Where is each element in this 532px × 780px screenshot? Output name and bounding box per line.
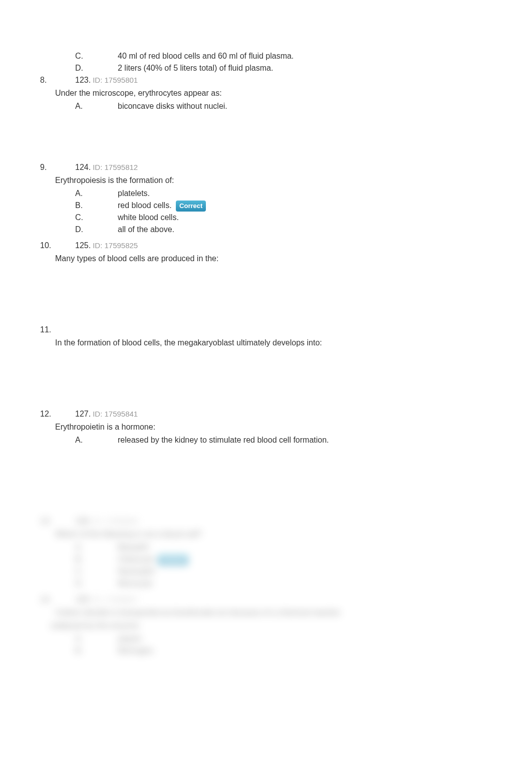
outer-number: 11. <box>40 324 75 336</box>
option-letter: D. <box>75 62 118 74</box>
locked-content: 13. 128. ID: 17595849 Which of the follo… <box>40 515 492 657</box>
correct-badge: Correct <box>176 201 206 212</box>
spacer <box>40 353 492 408</box>
option-letter: A. <box>75 187 118 200</box>
option-text: all of the above. <box>118 224 492 236</box>
question-header: 11. <box>40 324 492 336</box>
option-letter: A. <box>75 434 118 446</box>
question-header: 9. 124. ID: 17595812 <box>40 161 492 173</box>
answer-option: A. biconcave disks without nuclei. <box>75 100 492 112</box>
outer-number: 8. <box>40 74 75 86</box>
question-stem: Under the microscope, erythrocytes appea… <box>55 87 492 99</box>
answer-option: C. white blood cells. <box>75 212 492 224</box>
question-id: ID: 17595825 <box>93 240 138 252</box>
option-text: red blood cells. Correct <box>118 200 492 212</box>
inner-number: 125. <box>75 240 91 252</box>
question-id: ID: 17595801 <box>93 75 138 86</box>
option-letter: D. <box>75 224 118 236</box>
option-text: 40 ml of red blood cells and 60 ml of fl… <box>118 50 492 62</box>
option-text: released by the kidney to stimulate red … <box>118 434 492 446</box>
question-10: 10. 125. ID: 17595825 Many types of bloo… <box>40 240 492 265</box>
answer-option: A. platelets. <box>75 187 492 200</box>
question-header: 10. 125. ID: 17595825 <box>40 240 492 252</box>
answer-option: D. all of the above. <box>75 224 492 236</box>
outer-number: 12. <box>40 408 75 420</box>
option-text: 2 liters (40% of 5 liters total) of flui… <box>118 62 492 74</box>
question-9: 9. 124. ID: 17595812 Erythropoiesis is t… <box>40 161 492 236</box>
spacer <box>40 450 492 515</box>
outer-number: 9. <box>40 161 75 173</box>
question-14-blurred: 14. 129. ID: 17595857 Carbon dioxide is … <box>40 594 492 657</box>
leading-options: C. 40 ml of red blood cells and 60 ml of… <box>40 50 492 74</box>
inner-number: 124. <box>75 161 91 173</box>
question-8: 8. 123. ID: 17595801 Under the microscop… <box>40 74 492 112</box>
inner-number: 123. <box>75 74 91 86</box>
question-id: ID: 17595812 <box>93 162 138 173</box>
question-id: ID: 17595841 <box>93 409 138 420</box>
answer-option: D. 2 liters (40% of 5 liters total) of f… <box>75 62 492 74</box>
question-stem: Erythropoietin is a hormone: <box>55 421 492 433</box>
option-text: biconcave disks without nuclei. <box>118 100 492 112</box>
option-letter: A. <box>75 100 118 112</box>
question-header: 12. 127. ID: 17595841 <box>40 408 492 420</box>
option-letter: C. <box>75 212 118 224</box>
question-stem: In the formation of blood cells, the meg… <box>55 337 492 349</box>
question-header: 8. 123. ID: 17595801 <box>40 74 492 86</box>
question-stem: Many types of blood cells are produced i… <box>55 253 492 265</box>
spacer <box>40 116 492 161</box>
outer-number: 10. <box>40 240 75 252</box>
option-text: white blood cells. <box>118 212 492 224</box>
answer-option: B. red blood cells. Correct <box>75 200 492 212</box>
option-text: platelets. <box>118 187 492 200</box>
question-stem: Erythropoiesis is the formation of: <box>55 174 492 186</box>
inner-number: 127. <box>75 408 91 420</box>
question-12: 12. 127. ID: 17595841 Erythropoietin is … <box>40 408 492 446</box>
option-letter: B. <box>75 200 118 212</box>
answer-option: A. released by the kidney to stimulate r… <box>75 434 492 446</box>
spacer <box>40 269 492 324</box>
question-13-blurred: 13. 128. ID: 17595849 Which of the follo… <box>40 515 492 590</box>
question-11: 11. In the formation of blood cells, the… <box>40 324 492 349</box>
option-letter: C. <box>75 50 118 62</box>
answer-option: C. 40 ml of red blood cells and 60 ml of… <box>75 50 492 62</box>
option-text-inner: red blood cells. <box>118 201 172 210</box>
